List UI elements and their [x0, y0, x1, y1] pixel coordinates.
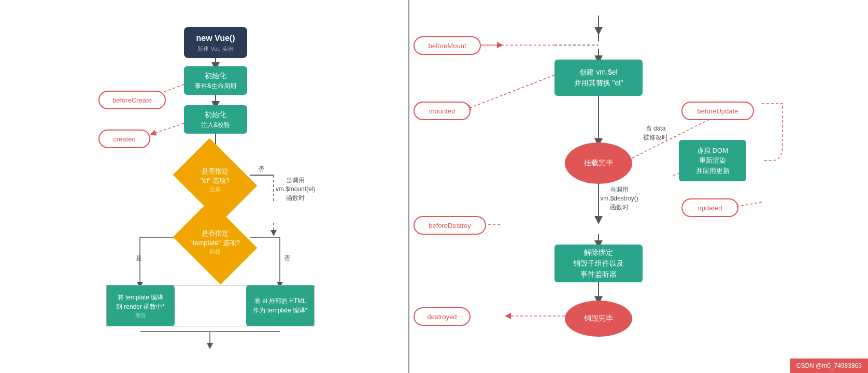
- when-call-mount: 当调用 vm.$mount(el) 函数时: [264, 176, 326, 202]
- updated-node: updated: [681, 198, 738, 217]
- no-label-template: 否: [284, 254, 290, 263]
- before-destroy-node: beforeDestroy: [414, 216, 486, 235]
- right-panel: beforeMount 创建 vm.$el 并用其替换 "el" mounted…: [409, 0, 868, 373]
- left-panel: new Vue() 新建 Vue 实例 初始化 事件&生命周期 beforeCr…: [0, 0, 409, 373]
- yes-label-template: 是: [136, 254, 142, 263]
- svg-line-3: [153, 123, 184, 134]
- csdn-watermark: CSDN @m0_74983863: [790, 358, 868, 373]
- init-inject-node: 初始化 注入&校验: [184, 105, 247, 134]
- before-update-node: beforeUpdate: [681, 102, 754, 120]
- init-events-node: 初始化 事件&生命周期: [184, 66, 247, 95]
- created-node: created: [98, 130, 150, 148]
- destroyed-node: destroyed: [414, 307, 471, 326]
- before-mount-node: beforeMount: [414, 36, 481, 55]
- mounted-circle: 挂载完毕: [565, 142, 632, 184]
- compile-el-html-node: 将 el 外部的 HTML 作为 template 编译*: [246, 285, 315, 326]
- no-label-el: 否: [258, 165, 264, 174]
- mounted-node: mounted: [414, 102, 471, 120]
- virtual-dom-node: 虚拟 DOM 重新渲染 并应用更新: [679, 140, 746, 181]
- diamond-el-node: 是否指定 "el" 选项? 元素: [181, 154, 249, 206]
- before-create-node: beforeCreate: [98, 91, 166, 109]
- when-data-changed: 当 data 被修改时: [632, 124, 679, 142]
- create-vm-el-node: 创建 vm.$el 并用其替换 "el": [554, 60, 643, 96]
- unbind-node: 解除绑定 销毁子组件以及 事件监听器: [554, 245, 643, 282]
- svg-line-21: [467, 75, 554, 109]
- destroyed-circle: 销毁完毕: [565, 300, 632, 337]
- compile-template-node: 将 template 编译 到 render 函数中* 混渲: [106, 285, 175, 326]
- when-destroy: 当调用 vm.$destroy() 函数时: [586, 185, 653, 211]
- diagram-container: new Vue() 新建 Vue 实例 初始化 事件&生命周期 beforeCr…: [0, 0, 868, 373]
- new-vue-node: new Vue() 新建 Vue 实例: [184, 27, 247, 58]
- diamond-template-node: 是否指定 "template" 选项? 插板: [181, 217, 249, 268]
